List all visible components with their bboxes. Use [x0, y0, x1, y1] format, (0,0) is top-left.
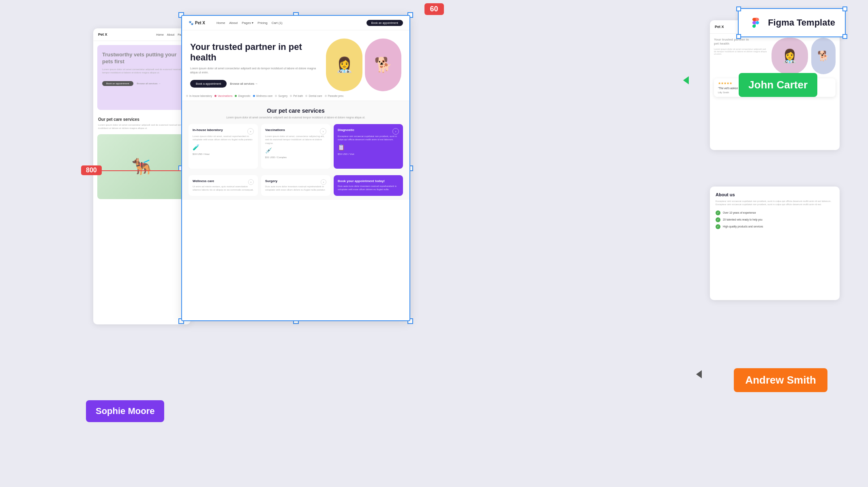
left-book-btn[interactable]: Book an appointment [102, 81, 133, 86]
service-card-inhouse-icon: 🧪 [193, 144, 254, 150]
cursor-john-icon [683, 76, 689, 84]
appointment-title: Book your appointment today! [338, 179, 399, 183]
tab-dot-dental [305, 95, 307, 97]
pet-placeholder: 🐕‍🦺 [97, 134, 186, 199]
service-card-inhouse-desc: Lorem ipsum dolor sit amet, nostrud repr… [193, 135, 254, 142]
services-tabs: In-house laboratory Vaccinations Diagnos… [182, 91, 409, 101]
tab-dot-diagnostic [235, 95, 237, 97]
services-title: Our pet care services [189, 107, 403, 114]
right-hero-img2: 🐕 [811, 38, 836, 74]
main-frame: 🐾 Pet X Home About Pages ▾ Pricing Cart … [181, 15, 410, 321]
service-card-inhouse: In-house laboratory › Lorem ipsum dolor … [189, 124, 258, 169]
hero-img-1-icon: 👩‍⚕️ [335, 56, 354, 73]
check-icon-3: ✓ [716, 224, 720, 229]
service-card-vaccinations-btn[interactable]: › [320, 128, 326, 135]
paw-icon: 🐾 [189, 21, 193, 25]
left-services: Our pet care services Lorem ipsum dolor … [93, 114, 191, 130]
service-card-diagnostic-icon: 📋 [338, 144, 399, 150]
about-title: About us [716, 192, 834, 197]
left-hero-desc: Lorem ipsum dolor sit amet consectetur a… [102, 68, 182, 75]
service-card-vaccinations-icon: 💉 [265, 147, 326, 154]
service-card-inhouse-btn[interactable]: › [247, 128, 254, 135]
figma-handle-bl[interactable] [736, 34, 741, 39]
wellness-btn[interactable]: › [248, 179, 254, 185]
right-hero-desc: Lorem ipsum dolor sit amet consectetur a… [714, 48, 768, 55]
wellness-desc: Ut enim ad minim veniam, quis nostrud ex… [193, 185, 254, 192]
right-hero-img1: 👩‍⚕️ [772, 38, 808, 74]
main-nav: 🐾 Pet X Home About Pages ▾ Pricing Cart … [182, 16, 409, 30]
tab-petbath[interactable]: Pet bath [290, 94, 303, 97]
service-card-diagnostic-btn[interactable]: › [392, 128, 399, 135]
tab-parasite[interactable]: Parasite prev. [325, 94, 344, 97]
hero-book-btn[interactable]: Book a appointment [190, 80, 227, 88]
services-section: Our pet care services Lorem ipsum dolor … [182, 101, 409, 175]
tab-dot-wellness [253, 95, 255, 97]
john-carter-label: John Carter [739, 73, 817, 97]
hero-desc: Lorem ipsum dolor sit amet consectetur a… [190, 67, 322, 75]
surgery-btn[interactable]: › [321, 179, 326, 185]
tab-diagnostic[interactable]: Diagnostic [235, 94, 250, 97]
about-feature-2-text: 20 talented vets ready to help you [723, 218, 763, 221]
about-desc: Excepteur sint occaecat cupidatat non pr… [716, 200, 834, 206]
left-pet-image: 🐕‍🦺 [97, 134, 186, 199]
tab-dot-petbath [290, 95, 292, 97]
right-hero-img1-icon: 👩‍⚕️ [782, 48, 798, 64]
left-services-title: Our pet care services [98, 117, 186, 122]
hero-images: 👩‍⚕️ 🐕 [326, 39, 401, 91]
check-icon-2: ✓ [716, 217, 720, 222]
tab-dot-vaccinations [214, 95, 216, 97]
surgery-desc: Duis aute irure dolor inveniam nostrud r… [265, 185, 326, 192]
service-card-vaccinations: Vaccinations › Lorem ipsum dolor sit ame… [261, 124, 330, 169]
about-feature-2: ✓ 20 talented vets ready to help you [716, 217, 834, 222]
tab-dot-surgery [275, 95, 277, 97]
about-feature-3-text: High-quality products and services [723, 225, 763, 228]
wellness-title: Wellness care [193, 179, 214, 183]
left-browse-link[interactable]: Browse all services → [137, 82, 161, 85]
tab-wellness[interactable]: Wellness care [253, 94, 273, 97]
measurement-badge: 800 [81, 165, 102, 175]
left-hero: Trustworthy vets putting your pets first… [97, 45, 186, 110]
surgery-card: Surgery › Duis aute irure dolor inveniam… [261, 175, 330, 196]
figma-handle-br[interactable] [842, 34, 847, 39]
left-frame-header: Pet X Home About Pages [93, 28, 191, 41]
figma-template-badge: Figma Template [738, 8, 846, 37]
figma-handle-tl[interactable] [736, 6, 741, 11]
hero-buttons: Book a appointment Browse all services → [190, 80, 322, 88]
tab-dental[interactable]: Dental care [305, 94, 322, 97]
service-card-inhouse-price: $19 USD / Hour [193, 153, 254, 155]
service-card-vaccinations-desc: Lorem ipsum dolor sit amet, consectetur … [265, 135, 326, 145]
hero-img-2-icon: 🐕 [374, 56, 392, 73]
hero-section: Your trusted partner in pet health Lorem… [182, 30, 409, 91]
top-badge: 60 [424, 3, 444, 15]
sophie-moore-label: Sophie Moore [86, 400, 164, 422]
service-card-vaccinations-price: $31 USD / Complex [265, 156, 326, 159]
about-feature-3: ✓ High-quality products and services [716, 224, 834, 229]
services-subtitle: Lorem ipsum dolor sit amet consectetur a… [189, 116, 403, 119]
figma-handle-tr[interactable] [842, 6, 847, 11]
right-logo: Pet X [715, 25, 724, 29]
service-card-diagnostic: Diagnostic › Excepteur sint occaecat cup… [334, 124, 403, 169]
service-card-inhouse-title: In-house laboratory [193, 128, 223, 132]
bottom-cards: Wellness care › Ut enim ad minim veniam,… [182, 175, 409, 200]
right-hero: Your trusted partner inpet health Lorem … [710, 34, 840, 78]
service-card-diagnostic-title: Diagnostic [338, 128, 354, 132]
tab-surgery[interactable]: Surgery [275, 94, 287, 97]
services-grid: In-house laboratory › Lorem ipsum dolor … [189, 124, 403, 169]
about-feature-1-text: Over 10 years of experience [723, 211, 756, 214]
tab-dot-inhouse [186, 95, 188, 97]
tab-inhouse[interactable]: In-house laboratory [186, 94, 212, 97]
andrew-smith-label: Andrew Smith [734, 368, 827, 392]
left-logo: Pet X [98, 32, 107, 36]
about-feature-1: ✓ Over 10 years of experience [716, 210, 834, 215]
right-hero-title: Your trusted partner inpet health [714, 38, 768, 46]
tab-vaccinations[interactable]: Vaccinations [214, 94, 232, 97]
hero-browse-link[interactable]: Browse all services → [230, 82, 258, 85]
left-services-desc: Lorem ipsum dolor sit amet consectetur a… [98, 123, 186, 130]
right-hero-text: Your trusted partner inpet health Lorem … [714, 38, 768, 74]
check-icon-1: ✓ [716, 210, 720, 215]
about-section: About us Excepteur sint occaecat cupidat… [710, 187, 840, 300]
hero-title: Your trusted partner in pet health [190, 42, 322, 63]
figma-title: Figma Template [768, 17, 835, 28]
surgery-title: Surgery [265, 179, 277, 183]
book-appointment-btn[interactable]: Book an appointment [366, 20, 403, 26]
